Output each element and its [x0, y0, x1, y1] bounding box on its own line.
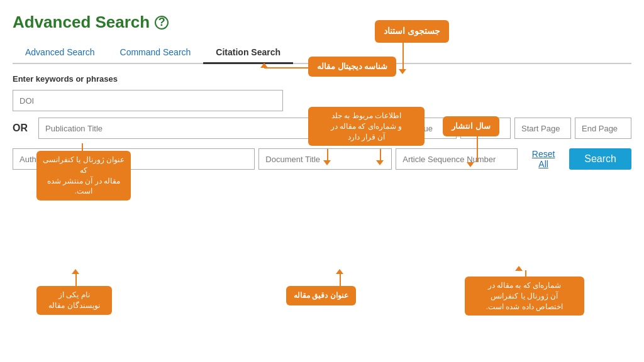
tab-advanced[interactable]: Advanced Search [13, 42, 108, 63]
arrow-volume-down [327, 149, 328, 160]
callout-author: نام یکی از نویسندگان مقاله [36, 286, 112, 315]
callout-doc-title: عنوان دقیق مقاله [286, 286, 356, 305]
or-label: OR [13, 123, 35, 134]
end-page-input[interactable] [575, 118, 631, 139]
arrow-issue-down [380, 149, 381, 160]
arrowhead-seq [515, 266, 523, 271]
search-button[interactable]: Search [569, 148, 631, 170]
arrow-pub-up [82, 143, 83, 151]
page-title-area: Advanced Search ? [13, 13, 631, 32]
arrow-author-up [75, 273, 77, 286]
callout-volume-issue: اطلاعات مربوط به جلد و شماره‌ای که مقاله… [308, 107, 425, 146]
arrow-doc-up [340, 273, 341, 286]
arrow-citation-down [402, 39, 404, 69]
arrowhead-volume [323, 160, 331, 165]
doi-input[interactable] [13, 90, 283, 111]
tab-citation[interactable]: Citation Search [203, 42, 293, 64]
callout-citation-search: جستجوی استناد [375, 20, 449, 43]
callout-article-seq: شماره‌ای که به مقاله در آن ژورنال یا کنف… [465, 277, 584, 315]
callout-doi: شناسه دیجیتال مقاله [308, 57, 396, 77]
page-title: Advanced Search [13, 13, 150, 32]
start-page-input[interactable] [514, 118, 571, 139]
arrowhead-citation [399, 69, 406, 74]
callout-pub-title: عنوان ژورنال یا کنفرانسی که مقاله در آن … [36, 151, 131, 200]
article-sequence-input[interactable] [396, 148, 518, 170]
arrow-year-down [477, 136, 478, 162]
publication-title-input[interactable] [38, 118, 348, 139]
arrowhead-year [467, 162, 474, 167]
arrow-doi-left [264, 67, 308, 69]
tab-command[interactable]: Command Search [108, 42, 204, 63]
document-title-input[interactable] [258, 148, 392, 170]
reset-button[interactable]: Reset All [521, 145, 565, 173]
help-icon[interactable]: ? [155, 16, 169, 30]
arrowhead-issue [376, 160, 384, 165]
callout-year: سال انتشار [443, 116, 499, 136]
